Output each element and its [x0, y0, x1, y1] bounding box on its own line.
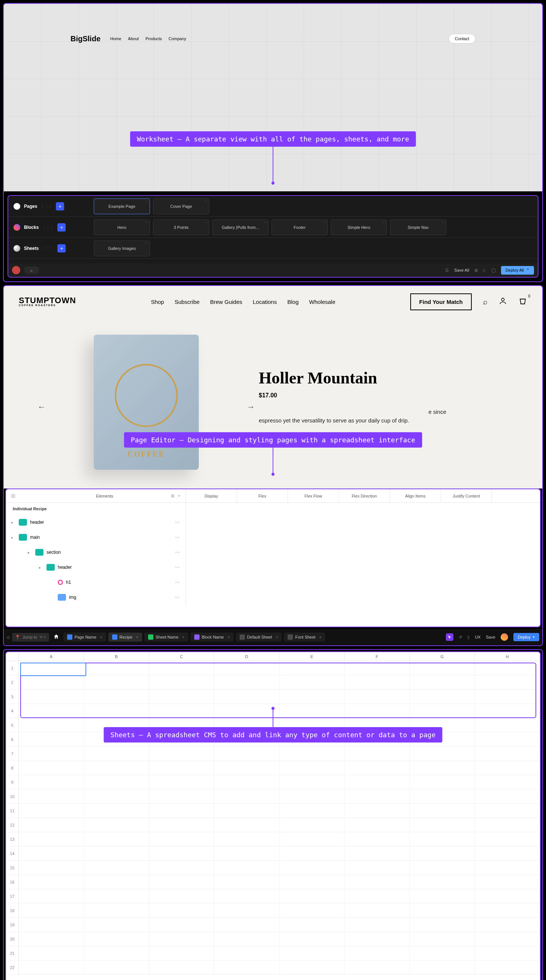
sheet-cell[interactable] — [279, 846, 344, 860]
sheet-cell[interactable] — [475, 861, 540, 875]
sheet-cell[interactable] — [410, 961, 475, 974]
sheet-cell[interactable] — [19, 918, 84, 932]
file-tab[interactable]: Font Sheet × — [284, 633, 325, 641]
row-number[interactable]: 15 — [6, 861, 19, 875]
user-avatar[interactable] — [12, 266, 20, 274]
cursor-mode-button[interactable] — [446, 633, 453, 641]
column-header[interactable]: Align Items — [390, 489, 441, 503]
sheet-cell[interactable] — [344, 961, 410, 974]
sheet-cell[interactable] — [410, 861, 475, 875]
sheet-cell[interactable] — [149, 690, 214, 703]
sheet-cell[interactable] — [410, 846, 475, 860]
sheet-cell[interactable] — [279, 747, 344, 760]
sheet-cell[interactable] — [475, 946, 540, 960]
sheet-cell[interactable] — [410, 803, 475, 818]
row-number[interactable]: 14 — [6, 846, 19, 860]
sheet-cell[interactable] — [279, 690, 344, 703]
ux-button[interactable]: UX — [475, 635, 480, 640]
close-tab-icon[interactable]: × — [182, 635, 184, 640]
tree-row[interactable]: ▸ header ⋯ — [6, 515, 186, 530]
sheet-cell[interactable] — [19, 961, 84, 974]
sheet-cell[interactable] — [475, 761, 540, 775]
sheet-cell[interactable] — [214, 661, 279, 675]
worksheet-card[interactable]: Hero⋯ — [94, 220, 150, 235]
sheet-cell[interactable] — [475, 961, 540, 974]
sheet-cell[interactable] — [84, 904, 149, 917]
column-header[interactable]: C — [149, 652, 214, 661]
sheet-cell[interactable] — [19, 889, 84, 903]
worksheet-card[interactable]: Gallery (Pulls from...⋯ — [212, 220, 268, 235]
sheet-cell[interactable] — [149, 904, 214, 917]
sheet-cell[interactable] — [214, 775, 279, 789]
sheet-cell[interactable] — [279, 961, 344, 974]
sheet-cell[interactable] — [475, 675, 540, 689]
sheet-cell[interactable] — [279, 932, 344, 946]
sheet-cell[interactable] — [19, 675, 84, 689]
sheet-cell[interactable] — [214, 675, 279, 689]
close-tab-icon[interactable]: × — [228, 635, 230, 640]
worksheet-card[interactable]: Simple Nav⋯ — [390, 220, 446, 235]
sheet-cell[interactable] — [19, 875, 84, 889]
sheet-cell[interactable] — [475, 690, 540, 703]
sheet-cell[interactable] — [149, 946, 214, 960]
sheet-cell[interactable] — [475, 775, 540, 789]
sheet-cell[interactable] — [475, 803, 540, 818]
sheet-cell[interactable] — [84, 803, 149, 818]
file-tab[interactable]: Sheet Name × — [144, 633, 188, 641]
sheet-cell[interactable] — [410, 904, 475, 917]
column-header[interactable]: Flex Flow — [288, 489, 339, 503]
deploy-button[interactable]: Deploy ▾ — [513, 633, 539, 641]
sheet-cell[interactable] — [344, 818, 410, 832]
search-icon[interactable]: ⌕ — [483, 298, 487, 306]
sheet-cell[interactable] — [475, 732, 540, 746]
sheet-cell[interactable] — [214, 704, 279, 718]
sheet-cell[interactable] — [149, 818, 214, 832]
row-number[interactable]: 17 — [6, 889, 19, 903]
close-tab-icon[interactable]: × — [136, 635, 138, 640]
sheet-cell[interactable] — [279, 775, 344, 789]
active-cell[interactable] — [20, 663, 86, 676]
find-match-button[interactable]: Find Your Match — [410, 293, 472, 310]
file-tab[interactable]: Default Sheet × — [236, 633, 282, 641]
sheet-cell[interactable] — [475, 789, 540, 803]
drag-icon[interactable]: ⋮⋮⋮ — [42, 246, 54, 250]
close-tab-icon[interactable]: × — [100, 635, 102, 640]
grid-icon[interactable]: ⊞ — [171, 493, 175, 498]
sheet-cell[interactable] — [475, 747, 540, 760]
sheet-cell[interactable] — [410, 761, 475, 775]
sheet-cell[interactable] — [410, 832, 475, 846]
nav-link[interactable]: Blog — [287, 299, 298, 305]
sheet-cell[interactable] — [19, 861, 84, 875]
column-header[interactable]: Flex Direction — [339, 489, 390, 503]
sheet-cell[interactable] — [84, 704, 149, 718]
sheet-cell[interactable] — [344, 875, 410, 889]
row-number[interactable]: 11 — [6, 803, 19, 818]
sheet-cell[interactable] — [214, 789, 279, 803]
save-button[interactable]: Save — [486, 635, 495, 640]
sheet-cell[interactable] — [344, 803, 410, 818]
sheet-cell[interactable] — [84, 932, 149, 946]
row-number[interactable]: 21 — [6, 946, 19, 960]
sheet-cell[interactable] — [344, 789, 410, 803]
sheet-cell[interactable] — [19, 832, 84, 846]
sheet-cell[interactable] — [149, 661, 214, 675]
sheet-cell[interactable] — [279, 918, 344, 932]
sheet-cell[interactable] — [475, 661, 540, 675]
row-number[interactable]: 4 — [6, 704, 19, 718]
sheet-cell[interactable] — [475, 875, 540, 889]
nav-link[interactable]: Shop — [151, 299, 164, 305]
sheet-cell[interactable] — [19, 761, 84, 775]
grid-icon[interactable]: ⊞ — [475, 268, 478, 273]
file-tab[interactable]: Recipe × — [108, 633, 142, 641]
sheet-cell[interactable] — [344, 904, 410, 917]
close-tab-icon[interactable]: × — [276, 635, 278, 640]
sheet-cell[interactable] — [84, 690, 149, 703]
nav-link[interactable]: About — [128, 37, 139, 41]
tree-row[interactable]: ▸ header ⋯ — [6, 560, 186, 575]
worksheet-card[interactable]: Cover Page⋯ — [153, 199, 209, 214]
column-header[interactable]: Justify Content — [441, 489, 492, 503]
sheet-cell[interactable] — [344, 918, 410, 932]
sheet-cell[interactable] — [410, 889, 475, 903]
tree-row[interactable]: ▸ main ⋯ — [6, 530, 186, 545]
column-header[interactable]: Display — [186, 489, 237, 503]
